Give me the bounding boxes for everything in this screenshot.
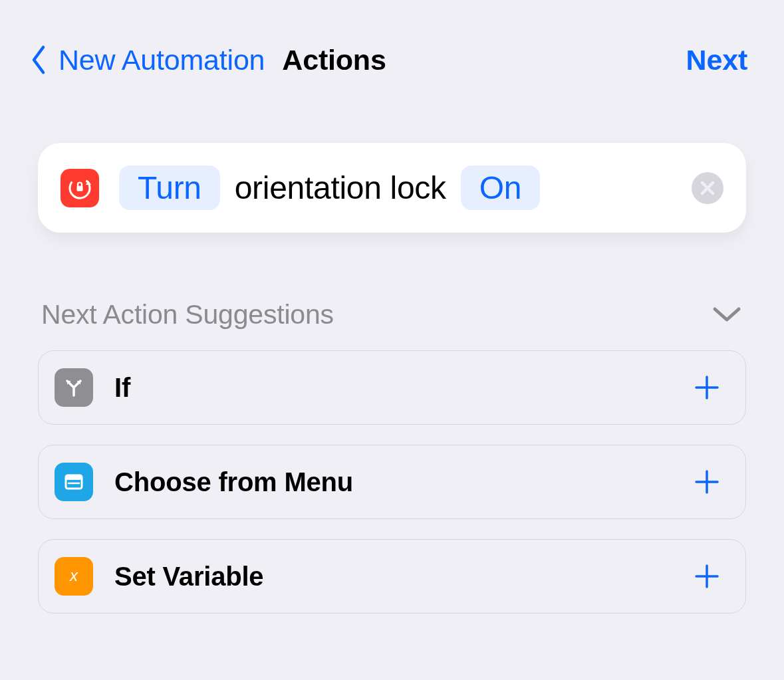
suggestions-title: Next Action Suggestions xyxy=(41,299,334,330)
plus-icon xyxy=(694,564,719,589)
collapse-toggle[interactable] xyxy=(711,304,743,326)
svg-text:x: x xyxy=(69,566,78,584)
action-verb-pill[interactable]: Turn xyxy=(119,166,220,210)
navigation-bar: New Automation Actions Next xyxy=(0,0,784,86)
suggestion-label: Set Variable xyxy=(114,562,670,592)
chevron-left-icon xyxy=(29,45,48,75)
suggestions-header[interactable]: Next Action Suggestions xyxy=(38,299,746,344)
suggestion-label: Choose from Menu xyxy=(114,467,670,497)
add-suggestion-button[interactable] xyxy=(691,560,723,592)
suggestion-row-set-variable[interactable]: x Set Variable xyxy=(38,539,746,614)
delete-action-button[interactable] xyxy=(692,172,723,204)
suggestion-list: If Choose from Menu xyxy=(38,350,746,614)
plus-icon xyxy=(694,469,719,495)
menu-icon xyxy=(55,463,93,501)
suggestion-label: If xyxy=(114,373,670,403)
suggestion-row-if[interactable]: If xyxy=(38,350,746,425)
page-title: Actions xyxy=(282,44,386,76)
orientation-lock-icon xyxy=(61,169,99,207)
variable-icon: x xyxy=(55,557,93,596)
content-area: Turn orientation lock On Next Action Sug… xyxy=(0,86,784,614)
chevron-down-icon xyxy=(711,304,743,324)
branch-icon xyxy=(55,368,93,407)
action-text: Turn orientation lock On xyxy=(119,166,672,210)
add-suggestion-button[interactable] xyxy=(691,372,723,403)
nav-left-group: New Automation Actions xyxy=(23,42,386,78)
add-suggestion-button[interactable] xyxy=(691,466,723,498)
action-target-text: orientation lock xyxy=(235,170,446,206)
back-button[interactable] xyxy=(23,42,53,78)
action-card[interactable]: Turn orientation lock On xyxy=(38,143,746,233)
svg-rect-10 xyxy=(66,475,82,480)
next-button[interactable]: Next xyxy=(686,44,747,76)
suggestion-row-choose-from-menu[interactable]: Choose from Menu xyxy=(38,445,746,519)
action-state-pill[interactable]: On xyxy=(461,166,540,210)
back-label[interactable]: New Automation xyxy=(59,44,265,76)
plus-icon xyxy=(694,375,719,400)
close-icon xyxy=(700,181,715,195)
